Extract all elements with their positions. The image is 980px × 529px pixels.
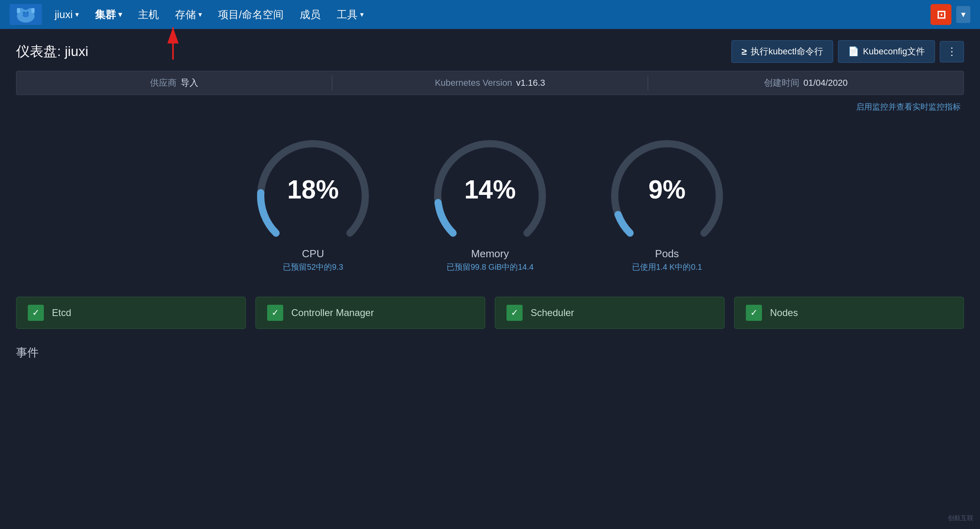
svg-rect-5 — [31, 8, 35, 13]
status-check-scheduler: ✓ — [506, 305, 523, 321]
status-card-scheduler: ✓ Scheduler — [495, 297, 725, 329]
kubeconfig-icon: 📄 — [848, 46, 859, 57]
status-check-nodes: ✓ — [746, 305, 762, 321]
nav-item-host[interactable]: 主机 — [132, 4, 165, 25]
storage-nav-chevron: ▾ — [198, 10, 202, 19]
gauge-percent-cpu: 18% — [287, 175, 339, 205]
k8s-version-value: v1.16.3 — [516, 78, 545, 88]
gauge-center-memory: 14% — [464, 175, 516, 205]
events-title: 事件 — [16, 345, 964, 360]
gauge-center-pods: 9% — [649, 175, 686, 205]
created-value: 01/04/2020 — [803, 78, 848, 88]
nav-item-namespace[interactable]: 项目/命名空间 — [212, 4, 290, 25]
nav-item-members[interactable]: 成员 — [293, 4, 327, 25]
status-card-nodes: ✓ Nodes — [734, 297, 964, 329]
kubectl-icon: ≥ — [741, 46, 747, 57]
status-cards-section: ✓ Etcd ✓ Controller Manager ✓ Scheduler … — [0, 297, 980, 345]
gauges-section: 18% CPU 已预留52中的9.3 14% Memory 已预留99.8 Gi… — [0, 116, 980, 297]
status-card-controller-manager: ✓ Controller Manager — [255, 297, 485, 329]
gauge-sublabel-memory: 已预留99.8 GiB中的14.4 — [447, 262, 534, 273]
gauge-percent-memory: 14% — [464, 175, 516, 205]
events-section: 事件 — [0, 345, 980, 372]
gauge-cpu: 18% CPU 已预留52中的9.3 — [249, 132, 377, 273]
gauge-label-pods: Pods — [655, 248, 679, 260]
page-header: 仪表盘: jiuxi ≥ 执行kubectl命令行 📄 Kubeconfig文件… — [0, 29, 980, 71]
gauge-center-cpu: 18% — [287, 175, 339, 205]
kubeconfig-button[interactable]: 📄 Kubeconfig文件 — [838, 40, 935, 63]
more-options-button[interactable]: ⋮ — [940, 41, 964, 62]
status-check-etcd: ✓ — [28, 305, 44, 321]
status-check-controller-manager: ✓ — [267, 305, 283, 321]
status-label-controller-manager: Controller Manager — [291, 307, 374, 318]
gauge-label-cpu: CPU — [302, 248, 324, 260]
created-label: 创建时间 — [764, 77, 799, 89]
header-actions: ≥ 执行kubectl命令行 📄 Kubeconfig文件 ⋮ — [731, 40, 964, 63]
gauge-label-memory: Memory — [471, 248, 509, 260]
tools-nav-chevron: ▾ — [360, 10, 364, 19]
monitoring-link[interactable]: 启用监控并查看实时监控指标 — [856, 102, 961, 111]
status-card-etcd: ✓ Etcd — [16, 297, 246, 329]
provider-label: 供应商 — [150, 77, 177, 89]
status-label-scheduler: Scheduler — [531, 307, 574, 318]
provider-value: 导入 — [181, 77, 198, 89]
navbar: jiuxi ▾ 集群 ▾ 主机 存储 ▾ 项目/命名空间 成员 工具 ▾ ⊡ ▾ — [0, 0, 980, 29]
logo[interactable] — [10, 4, 42, 25]
info-k8s-version: Kubernetes Version v1.16.3 — [332, 78, 648, 88]
svg-rect-4 — [17, 8, 20, 13]
gauge-svg-memory: 14% — [426, 132, 554, 244]
gauge-pods: 9% Pods 已使用1.4 K中的0.1 — [603, 132, 731, 273]
nav-item-storage[interactable]: 存储 ▾ — [169, 4, 208, 25]
gauge-sublabel-cpu: 已预留52中的9.3 — [283, 262, 343, 273]
info-created: 创建时间 01/04/2020 — [648, 77, 964, 89]
nav-item-cluster[interactable]: 集群 ▾ — [89, 4, 128, 25]
info-provider: 供应商 导入 — [16, 77, 332, 89]
nav-item-tools[interactable]: 工具 ▾ — [330, 4, 370, 25]
gauge-svg-cpu: 18% — [249, 132, 377, 244]
cluster-dropdown-icon: ▾ — [75, 10, 79, 19]
status-label-etcd: Etcd — [52, 307, 71, 318]
info-bar: 供应商 导入 Kubernetes Version v1.16.3 创建时间 0… — [16, 71, 964, 95]
cluster-nav-chevron: ▾ — [118, 10, 122, 19]
gauge-sublabel-pods: 已使用1.4 K中的0.1 — [632, 262, 702, 273]
user-avatar[interactable]: ⊡ — [931, 4, 951, 25]
gauge-memory: 14% Memory 已预留99.8 GiB中的14.4 — [426, 132, 554, 273]
page-title: 仪表盘: jiuxi — [16, 42, 88, 61]
monitoring-link-row: 启用监控并查看实时监控指标 — [0, 95, 980, 116]
status-label-nodes: Nodes — [770, 307, 798, 318]
gauge-percent-pods: 9% — [649, 175, 686, 205]
watermark: 创航互联 — [948, 514, 974, 523]
svg-point-8 — [23, 13, 29, 17]
kubectl-button[interactable]: ≥ 执行kubectl命令行 — [731, 40, 833, 63]
cluster-selector[interactable]: jiuxi ▾ — [48, 5, 85, 24]
user-dropdown-button[interactable]: ▾ — [956, 6, 970, 23]
gauge-svg-pods: 9% — [603, 132, 731, 244]
k8s-version-label: Kubernetes Version — [435, 78, 512, 88]
